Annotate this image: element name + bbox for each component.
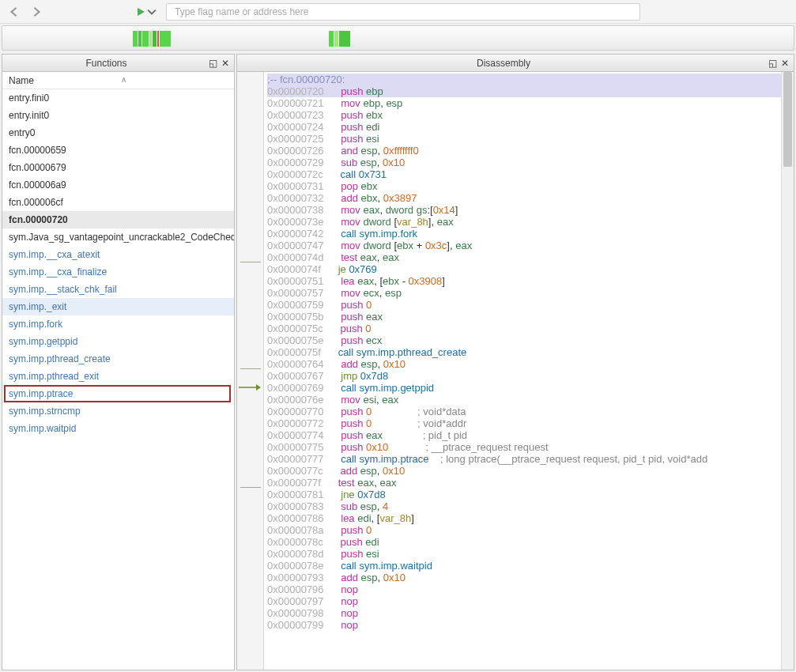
disasm-line[interactable]: 0x00000721 mov ebp, esp (267, 97, 790, 109)
disasm-line[interactable]: 0x0000078d push esi (267, 548, 790, 560)
overview-segment[interactable] (153, 31, 157, 47)
overview-segment[interactable] (160, 31, 171, 47)
back-button[interactable] (5, 2, 24, 21)
disassembly-panel: Disassembly ◱ ✕ ;-- fcn.00000720:0x00000… (236, 54, 794, 670)
function-item[interactable]: sym.imp.pthread_exit (2, 368, 234, 385)
disasm-line[interactable]: 0x00000764 add esp, 0x10 (267, 358, 790, 370)
detach-icon[interactable]: ◱ (767, 58, 778, 69)
disasm-line[interactable]: 0x00000731 pop ebx (267, 180, 790, 192)
overview-segment[interactable] (339, 31, 350, 47)
jump-arrow-icon (237, 382, 264, 396)
disasm-line[interactable]: 0x00000793 add esp, 0x10 (267, 572, 790, 583)
scrollbar-thumb[interactable] (783, 72, 792, 167)
close-icon[interactable]: ✕ (779, 58, 790, 69)
disasm-line[interactable]: 0x00000732 add ebx, 0x3897 (267, 192, 790, 204)
disasm-line[interactable]: 0x00000769 call sym.imp.getppid (267, 382, 790, 394)
disasm-line[interactable]: 0x00000783 sub esp, 4 (267, 500, 790, 512)
function-item[interactable]: sym.imp.pthread_create (2, 350, 234, 368)
disassembly-listing[interactable]: ;-- fcn.00000720:0x00000720 push ebp0x00… (264, 72, 794, 670)
close-icon[interactable]: ✕ (220, 58, 231, 69)
overview-segment[interactable] (142, 31, 149, 47)
disasm-line[interactable]: 0x00000747 mov dword [ebx + 0x3c], eax (267, 240, 790, 251)
function-item[interactable]: sym.imp.waitpid (2, 420, 234, 437)
overview-segment[interactable] (329, 31, 334, 47)
detach-icon[interactable]: ◱ (207, 58, 218, 69)
functions-panel: Functions ◱ ✕ Name ∧ entry.fini0entry.in… (2, 54, 235, 670)
disasm-line[interactable]: 0x00000724 push edi (267, 121, 790, 133)
disasm-line[interactable]: 0x00000786 lea edi, [var_8h] (267, 512, 790, 524)
disasm-line[interactable]: 0x0000077c add esp, 0x10 (267, 465, 790, 477)
function-item[interactable]: fcn.00000659 (2, 142, 234, 159)
function-item[interactable]: sym.imp.__cxa_atexit (2, 246, 234, 263)
function-item[interactable]: entry0 (2, 124, 234, 142)
disasm-line[interactable]: 0x0000074d test eax, eax (267, 251, 790, 263)
disasm-line[interactable]: 0x00000770 push 0 ; void*data (267, 406, 790, 417)
function-item[interactable]: sym.imp.getppid (2, 333, 234, 350)
disasm-line[interactable]: 0x0000075c push 0 (267, 323, 790, 334)
function-item[interactable]: entry.init0 (2, 107, 234, 124)
disasm-line[interactable]: 0x00000797 nop (267, 595, 790, 607)
dropdown-icon (147, 7, 157, 17)
disasm-line[interactable]: 0x0000075b push eax (267, 311, 790, 323)
function-item[interactable]: fcn.00000679 (2, 159, 234, 176)
overview-segment[interactable] (334, 31, 338, 47)
arrow-right-icon (31, 6, 42, 17)
overview-strip[interactable] (2, 25, 794, 51)
function-item[interactable]: sym.imp.strncmp (2, 402, 234, 420)
disasm-line[interactable]: 0x00000796 nop (267, 583, 790, 595)
disasm-line[interactable]: 0x0000074f je 0x769 (267, 263, 790, 275)
disasm-line[interactable]: 0x00000726 and esp, 0xfffffff0 (267, 145, 790, 157)
play-icon (136, 7, 145, 17)
function-item[interactable]: fcn.000006cf (2, 194, 234, 211)
disasm-line[interactable]: 0x00000798 nop (267, 607, 790, 619)
function-item[interactable]: sym.imp.__cxa_finalize (2, 263, 234, 281)
address-input[interactable] (166, 3, 640, 21)
disasm-line[interactable]: 0x0000073e mov dword [var_8h], eax (267, 216, 790, 228)
function-item[interactable]: sym.imp.ptrace (4, 385, 231, 402)
function-item[interactable]: fcn.000006a9 (2, 176, 234, 194)
disasm-line[interactable]: 0x00000767 jmp 0x7d8 (267, 370, 790, 382)
forward-button[interactable] (27, 2, 46, 21)
run-button[interactable] (136, 7, 157, 17)
disasm-line[interactable]: 0x00000725 push esi (267, 133, 790, 145)
function-item[interactable]: sym.imp.__stack_chk_fail (2, 281, 234, 298)
disasm-line[interactable]: 0x00000774 push eax ; pid_t pid (267, 429, 790, 441)
disasm-line[interactable]: 0x00000738 mov eax, dword gs:[0x14] (267, 204, 790, 216)
overview-segment[interactable] (149, 31, 152, 47)
panels-row: Functions ◱ ✕ Name ∧ entry.fini0entry.in… (0, 52, 796, 672)
disasm-line[interactable]: 0x00000720 push ebp (267, 85, 790, 97)
disasm-line[interactable]: 0x0000078c push edi (267, 536, 790, 548)
disasm-line[interactable]: 0x00000775 push 0x10 ; __ptrace_request … (267, 441, 790, 453)
functions-col-name[interactable]: Name (9, 75, 34, 86)
disasm-line[interactable]: 0x0000077f test eax, eax (267, 477, 790, 489)
disasm-function-label: ;-- fcn.00000720: (267, 74, 790, 85)
disasm-line[interactable]: 0x00000751 lea eax, [ebx - 0x3908] (267, 275, 790, 287)
disasm-line[interactable]: 0x00000799 nop (267, 619, 790, 631)
overview-segment[interactable] (133, 31, 138, 47)
function-item[interactable]: sym.imp._exit (2, 298, 234, 315)
function-item[interactable]: entry.fini0 (2, 89, 234, 107)
disasm-line[interactable]: 0x0000078e call sym.imp.waitpid (267, 560, 790, 572)
disasm-line[interactable]: 0x00000777 call sym.imp.ptrace ; long pt… (267, 453, 790, 465)
function-item[interactable]: sym.Java_sg_vantagepoint_uncrackable2_Co… (2, 228, 234, 246)
overview-segment[interactable] (157, 31, 159, 47)
disasm-line[interactable]: 0x0000078a push 0 (267, 524, 790, 536)
disasm-line[interactable]: 0x00000772 push 0 ; void*addr (267, 417, 790, 429)
disasm-line[interactable]: 0x0000075e push ecx (267, 334, 790, 346)
disasm-line[interactable]: 0x0000072c call 0x731 (267, 168, 790, 180)
disasm-line[interactable]: 0x00000757 mov ecx, esp (267, 287, 790, 299)
disasm-line[interactable]: 0x0000075f call sym.imp.pthread_create (267, 346, 790, 358)
disasm-line[interactable]: 0x00000729 sub esp, 0x10 (267, 157, 790, 168)
disasm-line[interactable]: 0x00000742 call sym.imp.fork (267, 228, 790, 240)
functions-columns[interactable]: Name ∧ (2, 72, 234, 89)
disasm-line[interactable]: 0x00000723 push ebx (267, 109, 790, 121)
disasm-line[interactable]: 0x0000076e mov esi, eax (267, 394, 790, 406)
function-item[interactable]: fcn.00000720 (2, 211, 234, 228)
disasm-line[interactable]: 0x00000759 push 0 (267, 299, 790, 311)
vertical-scrollbar[interactable] (781, 72, 794, 670)
function-item[interactable]: sym.imp.fork (2, 315, 234, 333)
disasm-line[interactable]: 0x00000781 jne 0x7d8 (267, 489, 790, 500)
overview-segment[interactable] (138, 31, 141, 47)
jump-line-icon (240, 262, 261, 262)
disassembly-panel-header: Disassembly ◱ ✕ (237, 55, 794, 72)
